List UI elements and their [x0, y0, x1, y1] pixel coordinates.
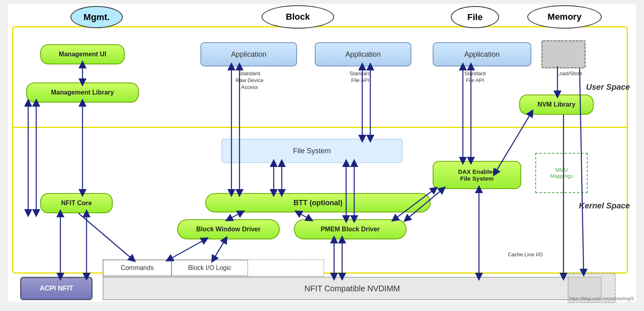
user-space-label: User Space — [586, 82, 630, 92]
file-oval: File — [451, 6, 499, 28]
mgmt-oval: Mgmt. — [70, 6, 123, 28]
file-system-box: File System — [221, 139, 402, 163]
annotation-file-api-1: Standard File API — [340, 70, 380, 84]
btt-box: BTT (optional) — [205, 193, 431, 212]
app3-box: Application — [433, 42, 531, 66]
commands-section: Commands — [103, 260, 171, 276]
block-window-driver-box: Block Window Driver — [177, 219, 280, 239]
annotation-load-store: Load/Store — [551, 70, 588, 77]
nfit-core-box: NFIT Core — [40, 193, 113, 213]
memory-oval: Memory — [527, 5, 602, 29]
dividing-line — [12, 127, 628, 128]
block-oval: Block — [262, 5, 334, 29]
diagram-container: Mgmt. Block File Memory User Space Kerne… — [8, 4, 636, 302]
mmu-box: MMU Mappings — [535, 153, 588, 193]
block-io-section: Block I/O Logic — [171, 260, 248, 276]
commands-block-box: Commands Block I/O Logic — [103, 260, 324, 276]
nvdimm-box: NFIT Compatible NVDIMM — [103, 277, 602, 300]
kernel-space-label: Kernel Space — [579, 201, 630, 210]
dax-filesystem-box: DAX Enabled File System — [433, 161, 521, 189]
pmem-block-driver-box: PMEM Block Driver — [294, 219, 407, 239]
acpi-nfit-box: ACPI NFIT — [20, 277, 93, 300]
management-ui-box: Management UI — [40, 44, 125, 64]
url-text: https://blog.csdn.net/article/img/5 — [569, 296, 634, 301]
annotation-file-api-2: Standard File API — [455, 70, 495, 84]
app2-box: Application — [315, 42, 411, 66]
nvm-library-box: NVM Library — [519, 95, 594, 115]
annotation-raw-device: Standard Raw Device Access — [227, 70, 272, 91]
annotation-cache-line: Cache Line I/O — [499, 251, 551, 258]
management-library-box: Management Library — [26, 82, 139, 103]
nvm-app-indicator — [541, 40, 586, 68]
app1-box: Application — [200, 42, 297, 66]
